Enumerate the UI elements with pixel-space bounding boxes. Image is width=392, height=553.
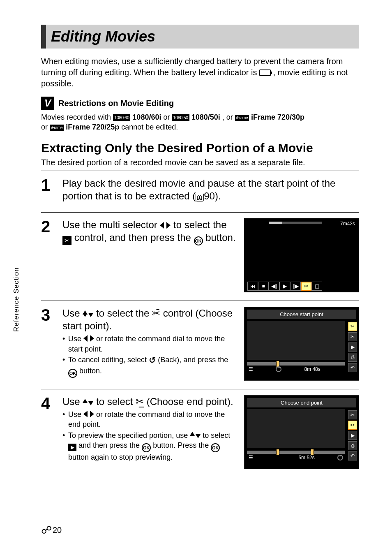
heading-bar: Editing Movies xyxy=(41,25,359,49)
s2-ta: Use the multi selector xyxy=(62,219,160,230)
sb-start-icon-2: ✂ xyxy=(348,410,357,419)
svg-marker-11 xyxy=(90,411,94,417)
playback-time: 7m42s xyxy=(340,221,355,227)
or2: , or xyxy=(222,113,235,121)
edit-canvas xyxy=(247,321,345,360)
step-1-title: Play back the desired movie and pause at… xyxy=(62,177,359,202)
left-right-arrows-icon xyxy=(160,221,171,229)
step-1: 1 Play back the desired movie and pause … xyxy=(41,177,359,204)
s4-b1a: Use xyxy=(68,410,83,419)
note-l2b: cannot be edited. xyxy=(121,123,178,131)
step-4-body: Use to select ✂̲ (Choose end point). Use… xyxy=(62,395,237,463)
edit-sidebar: ✂ ✂ ▶ ⎙ ↶ xyxy=(348,322,357,373)
left-right-arrows-icon-2 xyxy=(83,334,94,342)
ok-button-icon: OK xyxy=(194,236,203,245)
left-right-arrows-icon-3 xyxy=(83,410,94,418)
svg-marker-10 xyxy=(83,411,88,417)
step-4-num: 4 xyxy=(41,395,55,412)
fmt4: iFrame 720/25p xyxy=(66,123,119,131)
side-tab: Reference Section xyxy=(12,267,21,332)
note-header: V Restrictions on Movie Editing xyxy=(41,97,359,110)
s4-b2a: To preview the specified portion, use xyxy=(68,431,190,440)
page: Editing Movies When editing movies, use … xyxy=(0,0,392,553)
s3-b2b: (Back), and press the xyxy=(158,356,228,364)
ctrl-save-frame-icon: ◫ xyxy=(311,282,322,291)
dial-icon-2 xyxy=(337,455,343,460)
timeline-marker-start-2 xyxy=(276,449,279,456)
back-arrow-icon: ↻ xyxy=(149,355,156,366)
ctrl-frame-fwd-icon: ∥▶ xyxy=(290,282,301,291)
intro-text: When editing movies, use a sufficiently … xyxy=(41,56,359,89)
page-title: Editing Movies xyxy=(51,28,354,45)
s4-ta: Use xyxy=(62,396,83,407)
section-symbol-icon: ☍ xyxy=(41,524,49,537)
rule-3 xyxy=(41,301,359,301)
step-3: 3 Use to select the ✂̄ control (Choose s… xyxy=(41,307,359,381)
ctrl-frame-back-icon: ◀∥ xyxy=(269,282,279,291)
s3-b1: Use or rotate the command dial to move t… xyxy=(62,334,237,354)
svg-marker-5 xyxy=(88,313,93,317)
ctrl-prev-icon: ⏮ xyxy=(247,282,258,291)
edit-sidebar-2: ✂ ✂ ▶ ⎙ ↶ xyxy=(348,410,357,462)
step-2-num: 2 xyxy=(41,218,55,235)
preview-play-icon: ▶ xyxy=(68,444,76,451)
note-body: Movies recorded with 1080 60 1080/60i or… xyxy=(41,112,359,132)
s2-td: button. xyxy=(205,232,235,243)
edit-time-end: 5m 52s xyxy=(298,455,314,460)
s4-tc: (Choose end point). xyxy=(147,396,233,407)
format-icon-iframe-30: iFrame xyxy=(235,115,249,121)
svg-marker-1 xyxy=(166,222,171,229)
edit-timeline-2 xyxy=(247,451,345,454)
ctrl-scissors-icon: ✂ xyxy=(301,282,311,291)
s3-b2a: To cancel editing, select xyxy=(68,356,149,364)
s3-b2c: button. xyxy=(79,367,102,375)
sb-preview-icon-2: ▶ xyxy=(348,431,357,440)
up-down-arrows-icon xyxy=(83,310,93,318)
s4-b2d: button. Press the xyxy=(153,441,211,449)
s2-tb: to select the xyxy=(173,219,226,230)
note-l2a: or xyxy=(41,123,50,131)
sub-desc: The desired portion of a recorded movie … xyxy=(41,158,359,167)
note-title: Restrictions on Movie Editing xyxy=(58,99,174,108)
sb-preview-icon: ▶ xyxy=(348,342,357,352)
edit-footer-2: ☰ 5m 52s xyxy=(247,455,345,460)
svg-marker-0 xyxy=(160,222,164,229)
s3-tb: to select the xyxy=(96,308,152,319)
s4-b1: Use or rotate the command dial to move t… xyxy=(62,410,237,430)
s3-ta: Use xyxy=(62,308,83,319)
step-2-title: Use the multi selector to select the ✂ c… xyxy=(62,218,237,245)
playback-control-bar: ⏮ ■ ◀∥ ▶ ∥▶ ✂ ◫ xyxy=(247,282,322,291)
edit-canvas-2 xyxy=(247,409,345,448)
progress-bar xyxy=(269,222,322,224)
edit-screen-end: Choose end point ✂ ✂ ▶ ⎙ ↶ ☰ 5m 52s xyxy=(244,395,359,469)
sb-back-icon-2: ↶ xyxy=(348,451,357,460)
page-number: 20 xyxy=(53,525,62,535)
step-2: 2 Use the multi selector to select the ✂… xyxy=(41,218,359,292)
step-4: 4 Use to select ✂̲ (Choose end point). U… xyxy=(41,395,359,469)
ctrl-stop-icon: ■ xyxy=(258,282,269,291)
timeline-marker-end xyxy=(311,449,314,456)
step-2-body: Use the multi selector to select the ✂ c… xyxy=(62,218,237,247)
svg-marker-9 xyxy=(88,401,93,405)
ok-button-icon-3: OK xyxy=(142,443,151,452)
s3-b1a: Use xyxy=(68,335,83,343)
rule-2 xyxy=(41,212,359,213)
s2-tc: control, and then press the xyxy=(74,232,194,243)
svg-marker-4 xyxy=(83,310,88,315)
svg-marker-6 xyxy=(83,335,88,342)
sb-start-icon: ✂ xyxy=(348,322,357,331)
s1-ref: 90 xyxy=(204,190,215,201)
ok-button-icon-2: OK xyxy=(68,369,77,378)
format-icon-iframe-25: iFrame xyxy=(50,125,64,131)
note-l1a: Movies recorded with xyxy=(41,113,113,121)
s1-tb: ). xyxy=(215,190,221,201)
step-3-num: 3 xyxy=(41,307,55,323)
step-1-body: Play back the desired movie and pause at… xyxy=(62,177,359,204)
ok-button-icon-4: OK xyxy=(211,443,220,452)
rule-4 xyxy=(41,389,359,389)
s4-b2e: button again to stop previewing. xyxy=(68,453,173,461)
step-4-title: Use to select ✂̲ (Choose end point). xyxy=(62,395,237,408)
edit-title-end: Choose end point xyxy=(247,398,356,407)
step-3-bullets: Use or rotate the command dial to move t… xyxy=(62,334,237,378)
format-icon-1080-60: 1080 60 xyxy=(113,114,130,121)
